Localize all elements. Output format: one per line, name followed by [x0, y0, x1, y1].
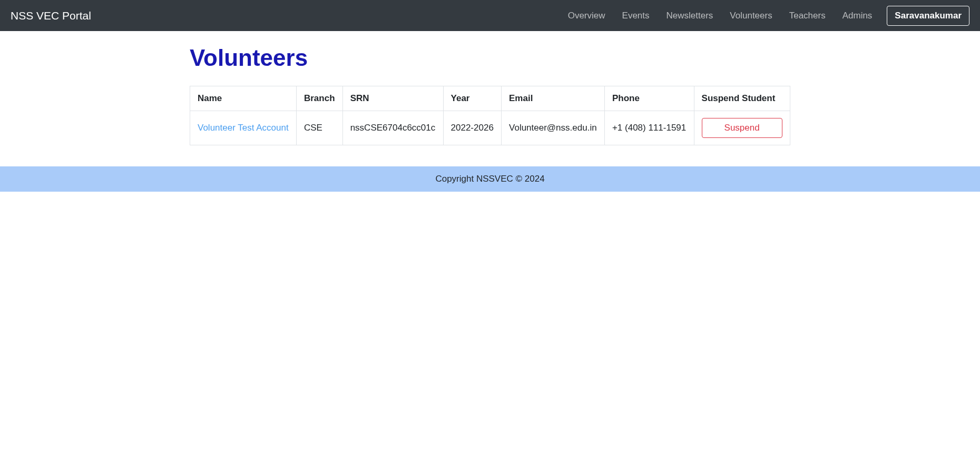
table-row: Volunteer Test Account CSE nssCSE6704c6c… [190, 111, 790, 145]
col-phone: Phone [604, 86, 694, 111]
page-title: Volunteers [190, 45, 790, 71]
col-branch: Branch [296, 86, 342, 111]
cell-year: 2022-2026 [443, 111, 501, 145]
nav-volunteers[interactable]: Volunteers [722, 6, 779, 25]
navbar: NSS VEC Portal Overview Events Newslette… [0, 0, 980, 31]
brand-link[interactable]: NSS VEC Portal [11, 9, 91, 22]
nav-teachers[interactable]: Teachers [782, 6, 833, 25]
col-email: Email [502, 86, 605, 111]
cell-name: Volunteer Test Account [190, 111, 297, 145]
cell-branch: CSE [296, 111, 342, 145]
main-container: Volunteers Name Branch SRN Year Email Ph… [182, 45, 798, 145]
cell-srn: nssCSE6704c6cc01c [342, 111, 443, 145]
nav-admins[interactable]: Admins [835, 6, 880, 25]
table-header-row: Name Branch SRN Year Email Phone Suspend… [190, 86, 790, 111]
cell-email: Volunteer@nss.edu.in [502, 111, 605, 145]
cell-phone: +1 (408) 111-1591 [604, 111, 694, 145]
cell-suspend: Suspend [694, 111, 790, 145]
col-name: Name [190, 86, 297, 111]
nav-links: Overview Events Newsletters Volunteers T… [561, 6, 969, 26]
nav-newsletters[interactable]: Newsletters [659, 6, 721, 25]
footer-text: Copyright NSSVEC © 2024 [435, 174, 544, 184]
nav-events[interactable]: Events [615, 6, 657, 25]
col-suspend: Suspend Student [694, 86, 790, 111]
volunteers-table: Name Branch SRN Year Email Phone Suspend… [190, 86, 790, 145]
user-menu-button[interactable]: Saravanakumar [887, 6, 969, 26]
volunteer-name-link[interactable]: Volunteer Test Account [198, 123, 289, 133]
col-year: Year [443, 86, 501, 111]
suspend-button[interactable]: Suspend [702, 118, 782, 138]
nav-overview[interactable]: Overview [561, 6, 613, 25]
footer: Copyright NSSVEC © 2024 [0, 166, 980, 192]
col-srn: SRN [342, 86, 443, 111]
